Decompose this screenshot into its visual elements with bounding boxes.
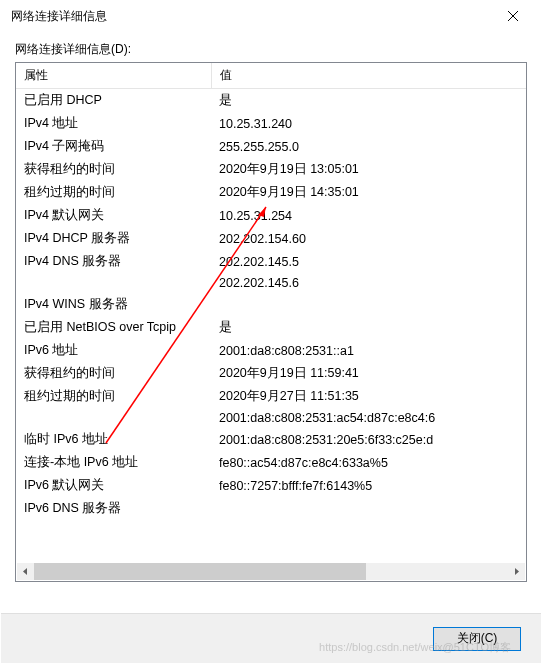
close-icon (508, 11, 518, 21)
table-row[interactable]: IPv4 DNS 服务器202.202.145.5 (16, 250, 526, 273)
table-row[interactable]: 202.202.145.6 (16, 273, 526, 293)
property-cell: 已启用 NetBIOS over Tcpip (16, 316, 211, 339)
value-cell: 202.202.154.60 (211, 227, 526, 250)
value-cell: 2020年9月19日 11:59:41 (211, 362, 526, 385)
table-header-row: 属性 值 (16, 63, 526, 89)
property-cell: IPv6 默认网关 (16, 474, 211, 497)
table-row[interactable]: IPv4 地址10.25.31.240 (16, 112, 526, 135)
table-row[interactable]: IPv6 地址2001:da8:c808:2531::a1 (16, 339, 526, 362)
property-cell: IPv4 DHCP 服务器 (16, 227, 211, 250)
content-area: 网络连接详细信息(D): 属性 值 已启用 DHCP是IPv4 地址10.25.… (15, 41, 527, 603)
svg-marker-4 (23, 568, 27, 575)
table-row[interactable]: IPv4 DHCP 服务器202.202.154.60 (16, 227, 526, 250)
table-row[interactable]: 连接-本地 IPv6 地址fe80::ac54:d87c:e8c4:633a%5 (16, 451, 526, 474)
column-header-value[interactable]: 值 (211, 63, 526, 89)
value-cell: fe80::ac54:d87c:e8c4:633a%5 (211, 451, 526, 474)
table-row[interactable]: 租约过期的时间2020年9月27日 11:51:35 (16, 385, 526, 408)
chevron-right-icon (513, 568, 520, 575)
value-cell (211, 293, 526, 316)
value-cell: 202.202.145.5 (211, 250, 526, 273)
property-cell (16, 408, 211, 428)
table-row[interactable]: 已启用 NetBIOS over Tcpip是 (16, 316, 526, 339)
details-table-container: 属性 值 已启用 DHCP是IPv4 地址10.25.31.240IPv4 子网… (15, 62, 527, 582)
chevron-left-icon (22, 568, 29, 575)
close-button[interactable]: 关闭(C) (433, 627, 521, 651)
property-cell: 已启用 DHCP (16, 89, 211, 113)
table-row[interactable]: 已启用 DHCP是 (16, 89, 526, 113)
property-cell: 租约过期的时间 (16, 385, 211, 408)
table-row[interactable]: IPv4 子网掩码255.255.255.0 (16, 135, 526, 158)
value-cell: 10.25.31.240 (211, 112, 526, 135)
value-cell (211, 497, 526, 520)
property-cell: IPv4 子网掩码 (16, 135, 211, 158)
value-cell: 2020年9月19日 13:05:01 (211, 158, 526, 181)
value-cell: 10.25.31.254 (211, 204, 526, 227)
scrollbar-thumb[interactable] (34, 563, 366, 580)
table-row[interactable]: 租约过期的时间2020年9月19日 14:35:01 (16, 181, 526, 204)
scroll-right-button[interactable] (508, 563, 525, 580)
value-cell: fe80::7257:bfff:fe7f:6143%5 (211, 474, 526, 497)
property-cell: 租约过期的时间 (16, 181, 211, 204)
svg-marker-5 (515, 568, 519, 575)
column-header-property[interactable]: 属性 (16, 63, 211, 89)
table-row[interactable]: IPv6 默认网关fe80::7257:bfff:fe7f:6143%5 (16, 474, 526, 497)
property-cell: IPv4 地址 (16, 112, 211, 135)
value-cell: 2001:da8:c808:2531:ac54:d87c:e8c4:6 (211, 408, 526, 428)
window-close-button[interactable] (493, 2, 533, 30)
value-cell: 202.202.145.6 (211, 273, 526, 293)
table-row[interactable]: IPv4 默认网关10.25.31.254 (16, 204, 526, 227)
table-row[interactable]: 2001:da8:c808:2531:ac54:d87c:e8c4:6 (16, 408, 526, 428)
value-cell: 255.255.255.0 (211, 135, 526, 158)
table-row[interactable]: 获得租约的时间2020年9月19日 13:05:01 (16, 158, 526, 181)
value-cell: 是 (211, 89, 526, 113)
value-cell: 2001:da8:c808:2531:20e5:6f33:c25e:d (211, 428, 526, 451)
table-row[interactable]: 获得租约的时间2020年9月19日 11:59:41 (16, 362, 526, 385)
property-cell (16, 273, 211, 293)
property-cell: IPv6 DNS 服务器 (16, 497, 211, 520)
horizontal-scrollbar[interactable] (17, 563, 525, 580)
table-row[interactable]: IPv6 DNS 服务器 (16, 497, 526, 520)
value-cell: 2001:da8:c808:2531::a1 (211, 339, 526, 362)
property-cell: IPv4 DNS 服务器 (16, 250, 211, 273)
property-cell: 临时 IPv6 地址 (16, 428, 211, 451)
value-cell: 是 (211, 316, 526, 339)
property-cell: IPv4 默认网关 (16, 204, 211, 227)
table-row[interactable]: 临时 IPv6 地址2001:da8:c808:2531:20e5:6f33:c… (16, 428, 526, 451)
value-cell: 2020年9月27日 11:51:35 (211, 385, 526, 408)
details-table: 属性 值 已启用 DHCP是IPv4 地址10.25.31.240IPv4 子网… (16, 63, 526, 520)
dialog-footer: 关闭(C) (1, 613, 541, 663)
property-cell: 获得租约的时间 (16, 362, 211, 385)
window-title: 网络连接详细信息 (11, 8, 107, 25)
list-label: 网络连接详细信息(D): (15, 41, 527, 58)
titlebar: 网络连接详细信息 (1, 1, 541, 31)
property-cell: IPv4 WINS 服务器 (16, 293, 211, 316)
property-cell: IPv6 地址 (16, 339, 211, 362)
property-cell: 获得租约的时间 (16, 158, 211, 181)
scroll-left-button[interactable] (17, 563, 34, 580)
dialog-window: 网络连接详细信息 网络连接详细信息(D): 属性 值 已启用 DHCP是IPv4… (0, 0, 542, 664)
value-cell: 2020年9月19日 14:35:01 (211, 181, 526, 204)
property-cell: 连接-本地 IPv6 地址 (16, 451, 211, 474)
table-row[interactable]: IPv4 WINS 服务器 (16, 293, 526, 316)
scrollbar-track[interactable] (34, 563, 508, 580)
